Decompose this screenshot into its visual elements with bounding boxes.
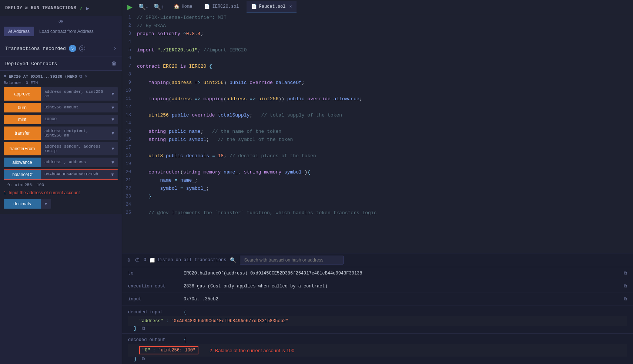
- deployed-contracts-header: Deployed Contracts 🗑: [0, 57, 122, 70]
- decimals-row: decimals ▼: [4, 199, 118, 209]
- deployed-contracts-label: Deployed Contracts: [5, 61, 57, 67]
- decoded-input-content: "address" : "0xAb8483F64d9C6d1EcF9b849Ae…: [128, 316, 627, 326]
- ierc20-icon: 📄: [204, 4, 210, 10]
- annotation-1: 1. Input the address of current account: [4, 189, 118, 197]
- txn-count: 0: [144, 257, 146, 263]
- contract-name-label: ERC20 AT 0XD91...39138 (MEMO: [9, 74, 77, 79]
- code-line-6: 6: [122, 55, 633, 63]
- decoded-output-highlighted: "0" : "uint256: 100": [139, 346, 198, 354]
- zoom-out-button[interactable]: 🔍-: [137, 3, 149, 10]
- code-line-10: 10: [122, 87, 633, 95]
- decoded-input-address-key: "address": [139, 318, 163, 324]
- balanceof-chevron[interactable]: ▼: [107, 169, 118, 180]
- code-line-20: 20 constructor(string memory name_, stri…: [122, 169, 633, 177]
- balance-result: 0: uint256: 100: [4, 182, 118, 189]
- tab-faucet-close-icon[interactable]: ✕: [289, 4, 292, 9]
- tab-faucet-label: Faucet.sol: [259, 4, 286, 9]
- copy-execution-icon[interactable]: ⧉: [624, 284, 627, 289]
- balanceof-button[interactable]: balanceOf: [4, 169, 41, 180]
- allowance-chevron[interactable]: ▼: [108, 158, 118, 167]
- execution-cost-label: execution cost: [128, 284, 180, 289]
- burn-button[interactable]: burn: [4, 103, 41, 112]
- tab-home[interactable]: 🏠 Home: [169, 1, 197, 13]
- code-line-15: 15 string public name; // the name of th…: [122, 128, 633, 136]
- sidebar: DEPLOY & RUN TRANSACTIONS ✓ ▶ OR At Addr…: [0, 0, 122, 364]
- copy-to-icon[interactable]: ⧉: [624, 271, 627, 276]
- decoded-output-content: "0" : "uint256: 100" 2. Balance of the c…: [128, 344, 627, 357]
- search-input[interactable]: [240, 256, 344, 264]
- transferfrom-param: address sender, address recip: [41, 142, 108, 155]
- execution-cost-value: 2836 gas (Cost only applies when called …: [184, 284, 618, 289]
- allowance-button[interactable]: allowance: [4, 158, 41, 167]
- to-label: to: [128, 271, 180, 276]
- txn-decoded-output-row: decoded output { "0" : "uint256: 100" 2.…: [122, 334, 633, 364]
- contract-chevron-down-icon[interactable]: ▼: [4, 74, 6, 79]
- run-button[interactable]: ▶: [126, 3, 134, 11]
- code-line-25: 25 // @dev Implements the `transfer` fun…: [122, 209, 633, 218]
- listen-checkbox-label: listen on all transactions: [150, 257, 226, 263]
- zoom-in-button[interactable]: 🔍+: [152, 3, 166, 10]
- txn-to-row: to ERC20.balanceOf(address) 0xd9145CCE52…: [122, 267, 633, 280]
- mint-button[interactable]: mint: [4, 115, 41, 124]
- code-line-23: 23 }: [122, 193, 633, 201]
- load-contract-button[interactable]: Load contract from Address: [36, 27, 97, 36]
- tab-ierc20[interactable]: 📄 IERC20.sol: [200, 1, 243, 13]
- approve-param: address spender, uint256 am: [41, 87, 108, 101]
- check-icon: ✓: [80, 4, 83, 12]
- allowance-row: allowance address , address ▼: [4, 158, 118, 167]
- input-value: 0x70a...35cb2: [184, 297, 618, 302]
- listen-checkbox[interactable]: [150, 258, 155, 263]
- transferfrom-chevron[interactable]: ▼: [108, 142, 118, 155]
- collapse-button[interactable]: ⇳: [127, 257, 131, 263]
- tab-faucet[interactable]: 📄 Faucet.sol ✕: [247, 1, 297, 13]
- copy-input-icon[interactable]: ⧉: [624, 297, 627, 302]
- main-area: ▶ 🔍- 🔍+ 🏠 Home 📄 IERC20.sol 📄 Faucet.sol…: [122, 0, 633, 364]
- approve-button[interactable]: approve: [4, 87, 41, 101]
- balance-label: Balance: 0 ETH: [4, 79, 118, 87]
- code-line-7: 7 contract ERC20 is IERC20 {: [122, 63, 633, 71]
- bottom-panel: ⇳ ⏱ 0 listen on all transactions 🔍 to ER…: [122, 253, 633, 364]
- top-bar: ▶ 🔍- 🔍+ 🏠 Home 📄 IERC20.sol 📄 Faucet.sol…: [122, 0, 633, 14]
- search-icon[interactable]: 🔍: [230, 257, 236, 263]
- transactions-count-badge: 5: [69, 45, 76, 52]
- approve-chevron[interactable]: ▼: [108, 87, 118, 101]
- trash-icon[interactable]: 🗑: [111, 61, 117, 67]
- close-contract-icon[interactable]: ✕: [85, 74, 87, 79]
- decoded-output-val: "uint256: 100": [158, 348, 195, 353]
- faucet-icon: 📄: [251, 4, 257, 10]
- code-line-22: 22 symbol = symbol_;: [122, 185, 633, 193]
- code-line-12: 12: [122, 104, 633, 112]
- input-label: input: [128, 297, 180, 302]
- code-line-13: 13 uint256 public override totalSupply; …: [122, 112, 633, 120]
- transferfrom-button[interactable]: transferFrom: [4, 142, 41, 155]
- transferfrom-row: transferFrom address sender, address rec…: [4, 142, 118, 155]
- code-line-1: 1 // SPDX-License-Identifier: MIT: [122, 14, 633, 22]
- copy-address-icon[interactable]: ⧉: [79, 74, 83, 79]
- home-icon: 🏠: [174, 4, 180, 10]
- code-line-5: 5 import "./IERC20.sol"; //import IERC20: [122, 47, 633, 55]
- transfer-chevron[interactable]: ▼: [108, 127, 118, 140]
- bottom-toolbar: ⇳ ⏱ 0 listen on all transactions 🔍: [122, 253, 633, 267]
- decimals-button[interactable]: decimals: [4, 199, 41, 209]
- copy-decoded-input-icon[interactable]: ⧉: [142, 326, 145, 331]
- decoded-output-key: "0": [142, 348, 150, 353]
- mint-chevron[interactable]: ▼: [108, 115, 118, 124]
- tab-home-label: Home: [182, 4, 192, 9]
- burn-row: burn uint256 amount ▼: [4, 103, 118, 112]
- code-line-19: 19: [122, 161, 633, 169]
- transfer-button[interactable]: transfer: [4, 127, 41, 140]
- burn-chevron[interactable]: ▼: [108, 103, 118, 112]
- info-icon[interactable]: i: [79, 46, 85, 51]
- annotation-2: 2. Balance of the current account is 100: [210, 348, 294, 353]
- txn-decoded-input-row: decoded input { "address" : "0xAb8483F64…: [122, 306, 633, 334]
- copy-decoded-output-icon[interactable]: ⧉: [142, 357, 145, 362]
- decoded-input-label: decoded input: [128, 310, 180, 315]
- transactions-recorded: Transactions recorded 5 i ›: [0, 40, 122, 57]
- at-address-button[interactable]: At Address: [4, 27, 34, 36]
- code-line-9: 9 mapping(address => uint256) public ove…: [122, 79, 633, 87]
- transactions-chevron-icon[interactable]: ›: [114, 46, 117, 51]
- decimals-chevron[interactable]: ▼: [41, 199, 51, 209]
- burn-param: uint256 amount: [41, 103, 108, 112]
- to-value: ERC20.balanceOf(address) 0xd9145CCE52D38…: [184, 271, 618, 276]
- clock-button[interactable]: ⏱: [135, 257, 140, 263]
